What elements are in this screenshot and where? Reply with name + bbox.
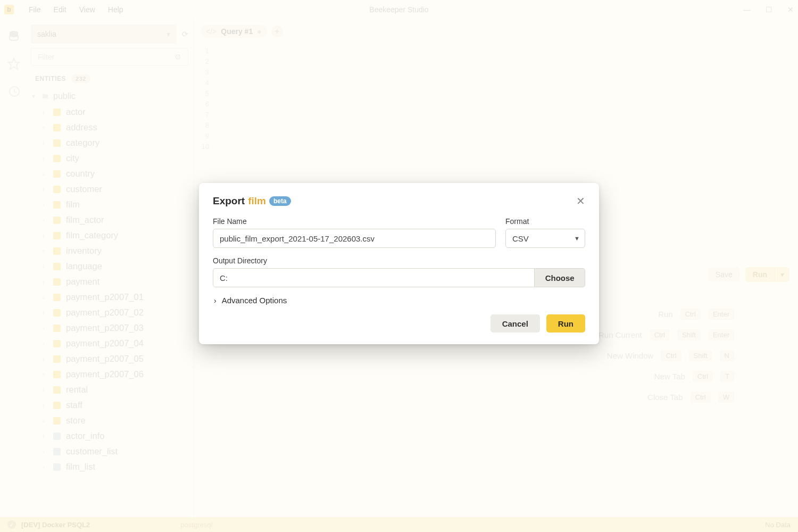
- cancel-button[interactable]: Cancel: [491, 314, 540, 332]
- modal-title-highlight: film: [248, 195, 266, 207]
- modal-title-prefix: Export: [213, 195, 245, 207]
- modal-title: Export film beta: [213, 195, 291, 207]
- chevron-right-icon: ›: [214, 296, 217, 305]
- format-label: Format: [505, 217, 585, 226]
- modal-overlay: Export film beta ✕ File Name Format ▼ Ou…: [0, 0, 798, 532]
- output-dir-input[interactable]: [213, 268, 535, 287]
- choose-button[interactable]: Choose: [535, 268, 585, 287]
- advanced-label: Advanced Options: [222, 296, 287, 305]
- export-modal: Export film beta ✕ File Name Format ▼ Ou…: [199, 183, 599, 344]
- modal-close-icon[interactable]: ✕: [576, 195, 585, 207]
- output-dir-label: Output Directory: [213, 256, 585, 265]
- format-select[interactable]: [505, 229, 585, 248]
- file-name-label: File Name: [213, 217, 496, 226]
- run-export-button[interactable]: Run: [546, 314, 585, 332]
- beta-badge: beta: [269, 196, 291, 206]
- advanced-options-toggle[interactable]: › Advanced Options: [214, 296, 585, 305]
- file-name-input[interactable]: [213, 229, 496, 248]
